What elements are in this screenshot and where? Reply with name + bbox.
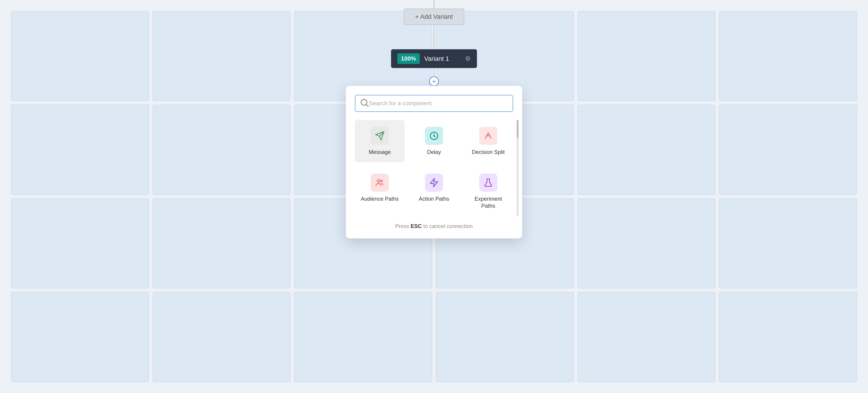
svg-line-8: [490, 136, 491, 139]
component-item-audience-paths[interactable]: Audience Paths: [355, 167, 405, 216]
grid-cell: [719, 292, 857, 382]
grid-cell: [436, 292, 574, 382]
svg-point-9: [377, 180, 380, 182]
variant-node[interactable]: 100% Variant 1 ⚙: [391, 49, 477, 68]
component-item-decision-split[interactable]: Decision Split: [463, 120, 513, 162]
grid-cell: [153, 105, 291, 195]
component-name-message: Message: [369, 149, 391, 156]
action-icon-wrap: [425, 173, 443, 192]
grid-cell: [11, 292, 149, 382]
component-name-action-paths: Action Paths: [419, 195, 450, 202]
grid-cell: [11, 11, 149, 101]
message-icon-wrap: [371, 127, 389, 145]
picker-scrollbar[interactable]: [517, 120, 519, 216]
component-item-experiment-paths[interactable]: Experiment Paths: [463, 167, 513, 216]
esc-suffix: to cancel connection: [423, 223, 473, 229]
add-step-button[interactable]: +: [429, 76, 439, 86]
svg-line-4: [366, 104, 368, 107]
grid-cell: [153, 11, 291, 101]
grid-cell: [578, 198, 716, 289]
component-grid: Message Delay: [355, 120, 513, 216]
grid-cell: [11, 198, 149, 289]
component-item-action-paths[interactable]: Action Paths: [409, 167, 459, 216]
grid-cell: [719, 11, 857, 101]
component-item-delay[interactable]: Delay: [409, 120, 459, 162]
grid-cell: [578, 292, 716, 382]
search-icon: [360, 98, 369, 109]
component-name-experiment-paths: Experiment Paths: [468, 195, 508, 209]
search-input[interactable]: [355, 95, 513, 112]
experiment-icon-wrap: [479, 173, 497, 192]
component-name-delay: Delay: [427, 149, 441, 156]
grid-cell: [719, 198, 857, 289]
gear-icon[interactable]: ⚙: [465, 55, 471, 62]
grid-cell: [719, 105, 857, 195]
component-name-audience-paths: Audience Paths: [361, 195, 399, 202]
variant-label: Variant 1: [424, 55, 461, 62]
search-wrapper: [355, 95, 513, 112]
grid-cell: [578, 105, 716, 195]
delay-icon-wrap: [425, 127, 443, 145]
grid-cell: [153, 292, 291, 382]
component-name-decision-split: Decision Split: [472, 149, 504, 156]
add-variant-button[interactable]: + Add Variant: [404, 9, 464, 25]
svg-point-10: [381, 180, 382, 182]
component-grid-wrapper: Message Delay: [355, 120, 513, 216]
grid-cell: [11, 105, 149, 195]
esc-hint: Press ESC to cancel connection: [355, 223, 513, 229]
picker-scrollbar-thumb[interactable]: [517, 120, 519, 138]
grid-cell: [578, 11, 716, 101]
audience-icon-wrap: [371, 173, 389, 192]
svg-point-3: [361, 99, 367, 105]
svg-line-7: [485, 136, 487, 139]
variant-percentage-badge: 100%: [397, 53, 420, 64]
decision-icon-wrap: [479, 127, 497, 145]
component-picker-popup: Message Delay: [346, 86, 522, 238]
grid-cell: [294, 292, 432, 382]
svg-marker-11: [430, 178, 438, 187]
svg-point-6: [433, 135, 435, 136]
grid-cell: [153, 198, 291, 289]
esc-key: ESC: [411, 223, 422, 229]
component-item-message[interactable]: Message: [355, 120, 405, 162]
